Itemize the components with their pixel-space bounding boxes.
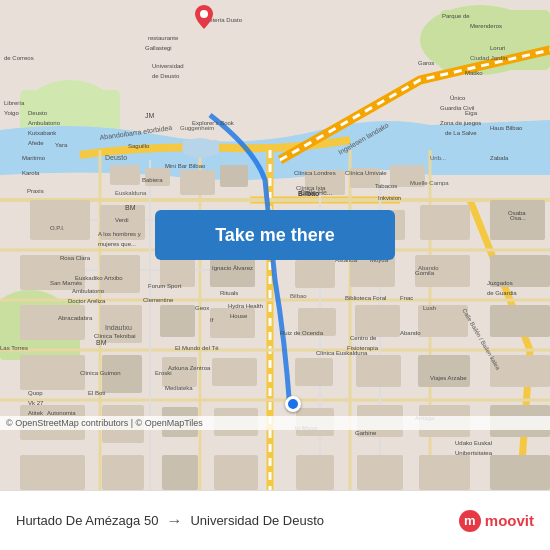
svg-rect-60: [419, 455, 470, 490]
svg-text:Afede: Afede: [28, 140, 44, 146]
svg-text:Garbine: Garbine: [355, 430, 377, 436]
svg-rect-14: [30, 200, 90, 240]
svg-text:Deusto: Deusto: [105, 154, 127, 161]
svg-text:Babiera: Babiera: [142, 177, 163, 183]
svg-text:Maritimo: Maritimo: [22, 155, 46, 161]
svg-text:Haus Bilbao: Haus Bilbao: [490, 125, 523, 131]
svg-text:de La Salve: de La Salve: [445, 130, 477, 136]
svg-text:Mediateka: Mediateka: [165, 385, 193, 391]
svg-text:Juzgados: Juzgados: [487, 280, 513, 286]
route-info: Hurtado De Amézaga 50 → Universidad De D…: [16, 512, 459, 530]
take-me-there-button[interactable]: Take me there: [155, 210, 395, 260]
svg-text:Verdi: Verdi: [115, 217, 129, 223]
svg-text:Doctor Areliza: Doctor Areliza: [68, 298, 106, 304]
svg-text:Biblioteca Foral: Biblioteca Foral: [345, 295, 386, 301]
svg-rect-26: [295, 260, 335, 288]
svg-rect-56: [162, 455, 198, 490]
svg-text:El Mundo del Té: El Mundo del Té: [175, 345, 219, 351]
svg-text:If: If: [210, 317, 214, 323]
svg-text:Ruiz de Ocenda: Ruiz de Ocenda: [280, 330, 324, 336]
svg-text:Ciudad Jardín: Ciudad Jardín: [470, 55, 507, 61]
svg-text:Único: Único: [450, 95, 466, 101]
svg-rect-38: [20, 355, 85, 390]
svg-text:Eroski: Eroski: [155, 370, 172, 376]
svg-rect-58: [296, 455, 334, 490]
svg-text:Matiko: Matiko: [465, 70, 483, 76]
svg-rect-41: [212, 358, 257, 386]
moovit-brand-text: moovit: [485, 512, 534, 529]
svg-rect-32: [160, 305, 195, 337]
svg-text:Viajes Arzabe: Viajes Arzabe: [430, 375, 467, 381]
svg-text:BM: BM: [125, 204, 136, 211]
svg-text:Tabacos: Tabacos: [375, 183, 397, 189]
svg-rect-9: [180, 170, 215, 195]
svg-text:Lush: Lush: [423, 305, 436, 311]
svg-text:House: House: [230, 313, 248, 319]
svg-rect-7: [110, 165, 140, 185]
svg-text:Explorer's Book: Explorer's Book: [192, 120, 235, 126]
svg-text:Clínica Umivale: Clínica Umivale: [345, 170, 387, 176]
svg-rect-35: [355, 305, 400, 337]
svg-text:Bilbao: Bilbao: [290, 293, 307, 299]
svg-rect-61: [490, 455, 550, 490]
svg-text:Clínica Londres: Clínica Londres: [294, 170, 336, 176]
svg-text:restaurante: restaurante: [148, 35, 179, 41]
svg-text:de Guardia: de Guardia: [487, 290, 517, 296]
svg-rect-42: [295, 358, 333, 386]
svg-text:Quop: Quop: [28, 390, 43, 396]
destination-pin: [285, 396, 301, 412]
svg-text:Forum Sport: Forum Sport: [148, 283, 182, 289]
svg-text:Ignacio Álvarez: Ignacio Álvarez: [212, 265, 253, 271]
svg-rect-55: [102, 455, 144, 490]
svg-text:Clementine: Clementine: [143, 297, 174, 303]
svg-text:Merenderos: Merenderos: [470, 23, 502, 29]
svg-text:A los hombres y: A los hombres y: [98, 231, 141, 237]
svg-rect-54: [20, 455, 85, 490]
svg-text:Loruri: Loruri: [490, 45, 505, 51]
svg-text:Vk 27: Vk 27: [28, 400, 44, 406]
svg-text:Garos: Garos: [418, 60, 434, 66]
svg-text:Kutxabank: Kutxabank: [28, 130, 57, 136]
svg-text:Praxis: Praxis: [27, 188, 44, 194]
svg-text:Zabala: Zabala: [490, 155, 509, 161]
svg-text:Clínica Ixia: Clínica Ixia: [296, 185, 326, 191]
svg-text:Yoigo: Yoigo: [4, 110, 19, 116]
svg-rect-20: [420, 205, 470, 240]
svg-text:de Deusto: de Deusto: [152, 73, 180, 79]
svg-text:O.P.I.: O.P.I.: [50, 225, 65, 231]
moovit-icon: m: [459, 510, 481, 532]
svg-text:Karola: Karola: [22, 170, 40, 176]
svg-text:Euskadiko Artxibo: Euskadiko Artxibo: [75, 275, 123, 281]
svg-text:Eiga: Eiga: [465, 110, 478, 116]
svg-text:Saguillo: Saguillo: [128, 143, 150, 149]
svg-rect-59: [357, 455, 403, 490]
svg-text:Osa...: Osa...: [510, 215, 526, 221]
svg-text:Inkvision: Inkvision: [378, 195, 401, 201]
svg-text:Ambulatorio: Ambulatorio: [72, 288, 105, 294]
svg-rect-63: [183, 140, 219, 155]
svg-text:Ambulatorio: Ambulatorio: [28, 120, 61, 126]
to-label: Universidad De Deusto: [190, 513, 324, 528]
svg-text:Azkuna Zentroa: Azkuna Zentroa: [168, 365, 211, 371]
svg-text:Geox: Geox: [195, 305, 209, 311]
svg-text:Parque de: Parque de: [442, 13, 470, 19]
svg-text:Fnac: Fnac: [400, 295, 413, 301]
svg-text:Urib...: Urib...: [430, 155, 446, 161]
svg-rect-57: [214, 455, 258, 490]
svg-text:Librería: Librería: [4, 100, 25, 106]
svg-text:Deusto: Deusto: [28, 110, 48, 116]
svg-text:Muelle Campa: Muelle Campa: [410, 180, 449, 186]
svg-rect-10: [220, 165, 248, 187]
svg-rect-37: [490, 305, 550, 337]
svg-text:Clinica Guimon: Clinica Guimon: [80, 370, 121, 376]
svg-text:Mini Bar Bilbao: Mini Bar Bilbao: [165, 163, 206, 169]
map-container: Deusto Bilbao Abando Indautxu Abando Uri…: [0, 0, 550, 490]
svg-text:Universidad: Universidad: [152, 63, 184, 69]
svg-text:Yara: Yara: [55, 142, 68, 148]
svg-text:Rituals: Rituals: [220, 290, 238, 296]
svg-text:BM: BM: [96, 339, 107, 346]
svg-rect-23: [100, 255, 140, 293]
svg-text:Abracadabra: Abracadabra: [58, 315, 93, 321]
svg-rect-43: [356, 355, 401, 387]
svg-text:mujeres que...: mujeres que...: [98, 241, 136, 247]
